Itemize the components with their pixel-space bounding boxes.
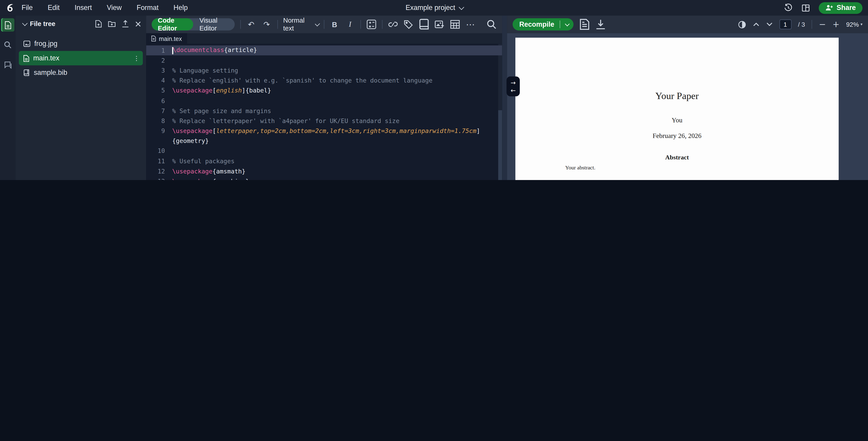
menu-file[interactable]: File [22,4,33,11]
line-number: 13 [146,178,165,180]
arrow-right-icon: → [510,79,516,86]
line-number: 8 [146,117,165,125]
tab-main-tex[interactable]: main.tex [146,33,187,44]
code-editor-toggle[interactable]: Code Editor [152,18,193,31]
file-name: main.tex [33,54,59,62]
undo-button[interactable]: ↶ [246,18,256,31]
code-line[interactable]: 1\documentclass{article} [146,46,502,56]
previous-page-icon[interactable] [752,22,759,27]
menu-edit[interactable]: Edit [48,4,60,11]
file-name: sample.bib [34,69,67,77]
code-line[interactable]: 7% Set page size and margins [146,106,502,116]
file-tree-item-frog-jpg[interactable]: frog.jpg [19,37,143,51]
code-line-content: \usepackage[letterpaper,top=2cm,bottom=2… [172,127,480,135]
editor-pdf-divider[interactable] [502,16,507,180]
recompile-button[interactable]: Recompile [513,18,574,31]
next-page-icon[interactable] [766,22,772,27]
insert-table-icon[interactable] [450,18,460,31]
pane-switch-control[interactable]: → ← [506,77,520,96]
pdf-page: Your Paper You February 26, 2026 Abstrac… [515,38,839,180]
rail-search-button[interactable] [1,38,14,52]
paper-author: You [515,116,839,125]
code-line[interactable]: 13\usepackage{graphicx} [146,176,502,180]
caret-down-icon: ▾ [861,22,863,27]
code-editor-content[interactable]: 1\documentclass{article}23% Language set… [146,43,502,180]
code-line-content: \documentclass{article} [172,47,257,54]
line-number: 11 [146,158,165,165]
italic-button[interactable]: I [345,18,355,31]
project-title: Example project [405,4,455,11]
menu-format[interactable]: Format [137,4,159,11]
code-line[interactable]: 5\usepackage[english]{babel} [146,86,502,96]
menu-insert[interactable]: Insert [74,4,92,11]
new-file-icon[interactable] [95,20,102,28]
line-number: 1 [146,47,165,54]
new-folder-icon[interactable] [108,20,116,27]
code-line[interactable]: 2 [146,55,502,66]
line-number: 3 [146,67,165,74]
rail-file-tree-button[interactable] [1,18,14,32]
code-line[interactable]: 6 [146,96,502,106]
editor-pane: Code Editor Visual Editor ↶ ↷ Normal tex… [146,16,502,180]
bold-button[interactable]: B [330,18,340,31]
layout-icon[interactable] [802,4,810,12]
visual-editor-toggle[interactable]: Visual Editor [193,17,235,32]
chevron-down-icon [458,4,464,10]
code-line-content: \usepackage[english]{babel} [172,87,271,94]
editor-toolbar: Code Editor Visual Editor ↶ ↷ Normal tex… [146,16,502,33]
close-icon[interactable] [135,21,141,27]
insert-link-icon[interactable] [388,18,398,31]
upload-icon[interactable] [122,20,129,28]
menu-view[interactable]: View [107,4,122,11]
more-tools-button[interactable]: ⋯ [466,18,475,31]
zoom-out-button[interactable]: − [819,20,826,29]
code-line[interactable]: 4% Replace `english' with e.g. `spanish'… [146,76,502,86]
compile-log-icon[interactable] [580,18,590,31]
rail-chat-button[interactable] [1,58,14,71]
recompile-dropdown[interactable] [560,23,574,26]
paper-title: Your Paper [515,90,839,102]
code-line[interactable]: 3% Language setting [146,66,502,76]
overleaf-logo-icon[interactable] [5,3,15,12]
page-total-label: / 3 [798,21,805,28]
paragraph-style-value: Normal text [283,17,311,32]
chevron-down-icon [565,22,570,26]
sidebar: File tree frog.jpgmain.tex⋮s [16,16,146,180]
citation-icon[interactable] [419,18,429,31]
share-button[interactable]: Share [819,2,863,13]
label-tag-icon[interactable] [403,18,413,31]
contrast-icon[interactable] [738,20,746,29]
menu-help[interactable]: Help [174,4,188,11]
file-tree-item-main-tex[interactable]: main.tex⋮ [19,51,143,65]
code-line[interactable]: 9\usepackage[letterpaper,top=2cm,bottom=… [146,126,502,136]
editor-search-icon[interactable] [487,18,497,31]
file-menu-icon[interactable]: ⋮ [133,55,140,61]
code-line-content: \usepackage{graphicx} [172,178,249,180]
code-line[interactable]: 10 [146,146,502,156]
history-icon[interactable] [784,3,793,12]
code-line[interactable]: 12\usepackage{amsmath} [146,166,502,176]
tab-label: main.tex [159,35,182,42]
math-button[interactable] [367,18,377,31]
file-tree-item-sample-bib[interactable]: sample.bib [19,65,143,80]
line-number: 5 [146,87,165,94]
zoom-level-dropdown[interactable]: 92% ▾ [846,21,862,28]
chevron-down-icon[interactable] [22,20,28,26]
line-number: 10 [146,148,165,155]
download-pdf-icon[interactable] [596,18,606,31]
code-line[interactable]: 11% Useful packages [146,156,502,167]
code-line-content: % Replace `letterpaper' with `a4paper' f… [172,117,400,125]
project-title-menu[interactable]: Example project [405,0,462,16]
file-tree-list: frog.jpgmain.tex⋮sample.bib [16,32,146,180]
insert-figure-icon[interactable] [435,18,445,31]
code-line[interactable]: 8% Replace `letterpaper' with `a4paper' … [146,116,502,126]
zoom-in-button[interactable]: + [833,20,839,29]
document-icon [4,21,11,29]
redo-button[interactable]: ↷ [262,18,272,31]
page-number-input[interactable]: 1 [779,20,792,29]
paragraph-style-dropdown[interactable]: Normal text [283,17,318,32]
code-line[interactable]: {geometry} [146,136,502,146]
pdf-viewport[interactable]: Your Paper You February 26, 2026 Abstrac… [507,33,868,180]
file-tree-header: File tree [16,16,146,32]
line-number: 2 [146,57,165,64]
